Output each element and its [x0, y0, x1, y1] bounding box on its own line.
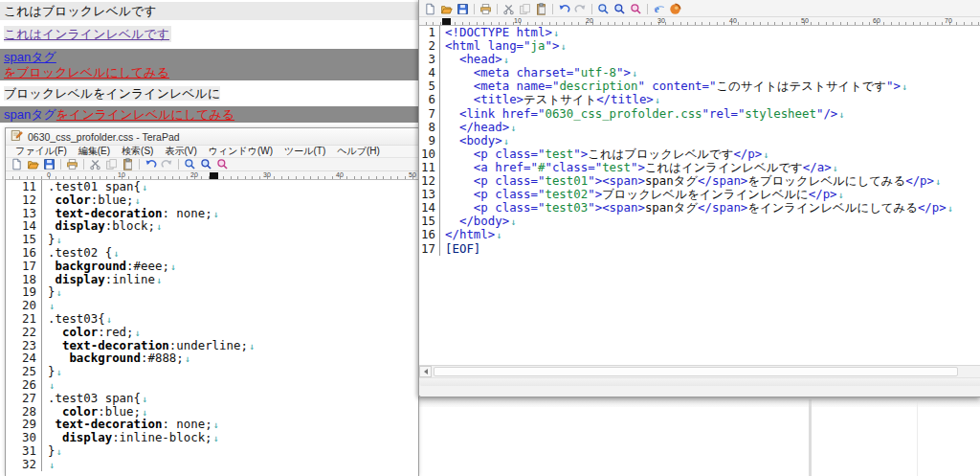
new-file-button[interactable]: [9, 158, 25, 171]
menu-item-3[interactable]: 表示(V): [159, 145, 202, 158]
line-number: 26: [6, 378, 42, 392]
save-file-icon: [457, 3, 469, 15]
code-line: 8 </head>↓: [419, 121, 980, 134]
code-line: 25}↓: [6, 365, 418, 378]
line-number: 17: [419, 242, 440, 256]
line-number: 18: [6, 273, 42, 286]
line-number: 11: [6, 180, 42, 193]
line-content: background:#888;↓: [42, 351, 190, 366]
line-number: 9: [419, 134, 440, 147]
menu-item-1[interactable]: 編集(E): [73, 145, 116, 158]
background-window-edge-2: [917, 399, 918, 476]
print-button[interactable]: [64, 158, 80, 171]
css-ruler-caret-marker: [210, 172, 218, 179]
code-line: 1<!DOCTYPE html>↓: [419, 26, 980, 39]
save-file-button[interactable]: [455, 3, 471, 16]
preview-test01-rest-text: をブロックレベルにしてみる: [4, 65, 418, 80]
cut-button[interactable]: [87, 158, 103, 171]
search-prev-button[interactable]: [628, 3, 644, 16]
css-window-titlebar[interactable]: 0630_css_profolder.css - TeraPad: [6, 128, 418, 146]
newline-mark-icon: ↓: [56, 235, 61, 245]
line-number: 4: [419, 66, 440, 79]
toolbar-separator: [60, 159, 61, 170]
line-number: 11: [419, 161, 440, 174]
menu-item-5[interactable]: ツール(T): [278, 145, 331, 158]
print-button[interactable]: [478, 3, 494, 16]
copy-icon: [519, 3, 531, 15]
html-window-toolbar: e: [419, 0, 980, 17]
scrollbar-thumb[interactable]: [434, 367, 958, 376]
line-content: [EOF]: [440, 242, 480, 256]
code-line: 10 <p class="test">これはブロックレベルです</p>↓: [419, 147, 980, 161]
line-content: display:inline-block;↓: [42, 431, 219, 445]
open-file-icon: [27, 158, 39, 170]
code-line: 21.test03{↓: [6, 312, 418, 326]
newline-mark-icon: ↓: [838, 190, 844, 200]
code-line: 22 color:red;↓: [6, 326, 418, 339]
preview-test01-paragraph: spanタグ をブロックレベルにしてみる: [0, 49, 418, 80]
html-horizontal-scrollbar[interactable]: [419, 365, 980, 377]
html-code-area[interactable]: 1<!DOCTYPE html>↓2<html lang="ja">↓3 <he…: [419, 26, 980, 365]
search-next-button[interactable]: [612, 3, 628, 16]
scroll-left-button[interactable]: [419, 366, 432, 377]
search-button[interactable]: [595, 3, 612, 16]
search-button[interactable]: [182, 158, 198, 171]
cut-button[interactable]: [501, 3, 517, 16]
preview-inline-link[interactable]: これはインラインレベルです: [4, 26, 171, 42]
menu-item-4[interactable]: ウィンドウ(W): [203, 145, 278, 158]
new-file-button[interactable]: [422, 3, 438, 16]
code-line: 15 </body>↓: [419, 215, 980, 228]
line-number: 12: [6, 193, 42, 207]
newline-mark-icon: ↓: [510, 123, 516, 133]
search-next-button[interactable]: [198, 158, 214, 171]
search-prev-button[interactable]: [214, 158, 231, 171]
code-line: 14 display:block;↓: [6, 219, 418, 233]
copy-button[interactable]: [103, 158, 120, 171]
code-line: 24 background:#888;↓: [6, 351, 418, 365]
newline-mark-icon: ↓: [49, 460, 55, 470]
code-line: 28 color:blue;↓: [6, 405, 418, 419]
line-number: 7: [419, 107, 440, 121]
paste-button[interactable]: [533, 3, 549, 16]
copy-button[interactable]: [517, 3, 533, 16]
css-window-title: 0630_css_profolder.css - TeraPad: [28, 131, 180, 143]
print-icon: [479, 3, 492, 15]
newline-mark-icon: ↓: [213, 209, 219, 219]
menu-item-0[interactable]: ファイル(F): [10, 145, 73, 158]
code-line: 20↓: [6, 299, 418, 312]
newline-mark-icon: ↓: [142, 407, 147, 418]
menu-item-2[interactable]: 検索(S): [116, 145, 159, 158]
newline-mark-icon: ↓: [170, 261, 176, 272]
internet-explorer-icon: e: [653, 3, 665, 15]
newline-mark-icon: ↓: [213, 433, 219, 443]
code-line: 13 text-decoration: none;↓: [6, 207, 418, 220]
undo-icon: [145, 158, 157, 170]
line-number: 13: [419, 188, 440, 201]
search-next-icon: [200, 158, 212, 170]
paste-button[interactable]: [120, 158, 136, 171]
redo-button[interactable]: [572, 3, 589, 16]
search-icon: [597, 3, 610, 15]
line-number: 2: [419, 39, 440, 53]
newline-mark-icon: ↓: [503, 55, 509, 65]
ruler-number: 10: [118, 171, 125, 178]
background-window-shadow: [418, 397, 980, 407]
cut-icon: [502, 3, 515, 15]
open-file-button[interactable]: [25, 158, 41, 171]
line-number: 32: [6, 458, 42, 471]
save-file-button[interactable]: [41, 158, 57, 171]
html-window-ruler: 10203040506070: [419, 17, 980, 26]
preview-test02-text: ブロックレベルをインラインレベルに: [4, 86, 220, 101]
open-file-button[interactable]: [438, 3, 455, 16]
css-code-area[interactable]: 11.test01 span{↓12 color:blue;↓13 text-d…: [6, 180, 418, 476]
undo-button[interactable]: [556, 3, 572, 16]
internet-explorer-button[interactable]: e: [651, 3, 667, 16]
redo-button[interactable]: [159, 158, 175, 171]
menu-item-6[interactable]: ヘルプ(H): [331, 145, 386, 158]
newline-mark-icon: ↓: [655, 95, 660, 105]
scroll-left-arrow-icon: [424, 369, 428, 374]
html-ruler-caret-marker: [442, 18, 451, 25]
newline-mark-icon: ↓: [838, 109, 844, 120]
firefox-button[interactable]: [667, 3, 683, 16]
undo-button[interactable]: [143, 158, 159, 171]
